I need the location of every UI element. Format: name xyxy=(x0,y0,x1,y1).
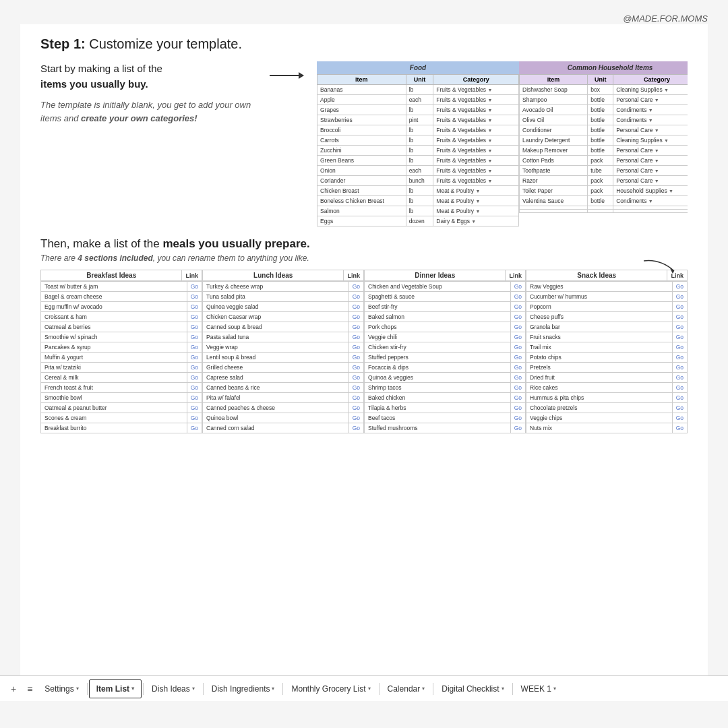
food-table-cell: Fruits & Vegetables ▼ xyxy=(433,166,519,176)
breakfast-link[interactable]: Go xyxy=(187,423,202,433)
household-table-cell: bottle xyxy=(588,115,613,125)
dinner-link[interactable]: Go xyxy=(510,383,525,393)
meal-list-item: Quinoa veggie saladGo xyxy=(203,302,364,312)
meal-list-item: Breakfast burritoGo xyxy=(41,423,202,433)
snack-link[interactable]: Go xyxy=(672,403,687,413)
snack-link[interactable]: Go xyxy=(672,292,687,302)
dinner-link[interactable]: Go xyxy=(510,413,525,423)
lunch-link[interactable]: Go xyxy=(348,363,363,373)
dinner-link[interactable]: Go xyxy=(510,403,525,413)
breakfast-link[interactable]: Go xyxy=(187,332,202,342)
dinner-item: Beef stir-fry xyxy=(365,302,511,312)
lunch-link[interactable]: Go xyxy=(348,393,363,403)
snack-link[interactable]: Go xyxy=(672,423,687,433)
dinner-item: Stuffed peppers xyxy=(365,353,511,363)
snack-link[interactable]: Go xyxy=(672,322,687,332)
lunch-item: Quinoa veggie salad xyxy=(203,302,349,312)
snack-link[interactable]: Go xyxy=(672,383,687,393)
food-table-cell: Zucchini xyxy=(317,146,406,156)
snack-link[interactable]: Go xyxy=(672,353,687,363)
breakfast-link[interactable]: Go xyxy=(187,302,202,312)
dinner-link[interactable]: Go xyxy=(510,423,525,433)
meal-list-item: Granola barGo xyxy=(526,322,688,332)
lunch-link[interactable]: Go xyxy=(348,342,363,353)
lunch-item: Grilled cheese xyxy=(203,363,349,373)
lunch-link[interactable]: Go xyxy=(348,373,363,383)
dinner-link[interactable]: Go xyxy=(510,312,525,322)
dinner-link[interactable]: Go xyxy=(510,363,525,373)
snack-link[interactable]: Go xyxy=(672,312,687,322)
tab-item-list[interactable]: Item List ▾ xyxy=(89,679,142,698)
breakfast-link[interactable]: Go xyxy=(187,363,202,373)
lunch-link[interactable]: Go xyxy=(348,282,363,292)
meal-list-item: Shrimp tacosGo xyxy=(365,383,526,393)
hamburger-menu-button[interactable]: ≡ xyxy=(22,684,38,694)
snack-link[interactable]: Go xyxy=(672,413,687,423)
lunch-link[interactable]: Go xyxy=(348,322,363,332)
tab-digital-checklist[interactable]: Digital Checklist ▾ xyxy=(435,680,510,698)
snack-link[interactable]: Go xyxy=(672,342,687,353)
breakfast-link[interactable]: Go xyxy=(187,312,202,322)
tab-week-1[interactable]: WEEK 1 ▾ xyxy=(514,680,563,698)
snack-link[interactable]: Go xyxy=(672,363,687,373)
lunch-link[interactable]: Go xyxy=(348,403,363,413)
meal-list-item: Toast w/ butter & jamGo xyxy=(41,282,202,292)
breakfast-link[interactable]: Go xyxy=(187,403,202,413)
breakfast-link[interactable]: Go xyxy=(187,342,202,353)
lunch-link[interactable]: Go xyxy=(348,332,363,342)
household-table-cell: Cotton Pads xyxy=(520,156,588,166)
food-col-item: Item xyxy=(317,75,406,85)
breakfast-item: Scones & cream xyxy=(41,413,187,423)
breakfast-link[interactable]: Go xyxy=(187,353,202,363)
add-tab-button[interactable]: + xyxy=(5,684,22,694)
meal-list-item: French toast & fruitGo xyxy=(41,383,202,393)
lunch-link[interactable]: Go xyxy=(348,353,363,363)
dinner-link[interactable]: Go xyxy=(510,282,525,292)
dinner-link[interactable]: Go xyxy=(510,393,525,403)
meal-list-item: Oatmeal & berriesGo xyxy=(41,322,202,332)
meal-col-dinner: Dinner IdeasLinkChicken and Vegetable So… xyxy=(364,270,526,433)
dinner-link[interactable]: Go xyxy=(510,322,525,332)
lunch-link[interactable]: Go xyxy=(348,292,363,302)
dinner-link[interactable]: Go xyxy=(510,292,525,302)
snack-link[interactable]: Go xyxy=(672,282,687,292)
dinner-link[interactable]: Go xyxy=(510,302,525,312)
snack-link[interactable]: Go xyxy=(672,332,687,342)
lunch-link[interactable]: Go xyxy=(348,302,363,312)
breakfast-link[interactable]: Go xyxy=(187,292,202,302)
dinner-link[interactable]: Go xyxy=(510,332,525,342)
dinner-link[interactable]: Go xyxy=(510,353,525,363)
breakfast-link[interactable]: Go xyxy=(187,322,202,332)
breakfast-link[interactable]: Go xyxy=(187,282,202,292)
snack-item: Nuts mix xyxy=(526,423,673,433)
dinner-item: Shrimp tacos xyxy=(365,383,511,393)
breakfast-link[interactable]: Go xyxy=(187,373,202,383)
lunch-link[interactable]: Go xyxy=(348,383,363,393)
breakfast-link[interactable]: Go xyxy=(187,383,202,393)
snack-link[interactable]: Go xyxy=(672,393,687,403)
meal-list-item: Muffin & yogurtGo xyxy=(41,353,202,363)
food-table-cell: lb xyxy=(406,105,433,115)
meal-list-item: Pita w/ falafelGo xyxy=(203,393,364,403)
dinner-link[interactable]: Go xyxy=(510,342,525,353)
lunch-link[interactable]: Go xyxy=(348,413,363,423)
dinner-link[interactable]: Go xyxy=(510,373,525,383)
breakfast-item: Toast w/ butter & jam xyxy=(41,282,187,292)
tab-calendar[interactable]: Calendar ▾ xyxy=(381,680,432,698)
snack-link[interactable]: Go xyxy=(672,302,687,312)
meal-list-item: Caprese saladGo xyxy=(203,373,364,383)
breakfast-item: Bagel & cream cheese xyxy=(41,292,187,302)
tab-settings[interactable]: Settings ▾ xyxy=(38,680,85,698)
breakfast-link[interactable]: Go xyxy=(187,413,202,423)
curved-arrow-icon xyxy=(640,257,681,278)
household-table-cell: pack xyxy=(588,156,613,166)
dinner-item: Spaghetti & sauce xyxy=(365,292,511,302)
lunch-link[interactable]: Go xyxy=(348,423,363,433)
meal-list-item: Beef tacosGo xyxy=(365,413,526,423)
tab-dish-ideas[interactable]: Dish Ideas ▾ xyxy=(145,680,202,698)
lunch-link[interactable]: Go xyxy=(348,312,363,322)
breakfast-link[interactable]: Go xyxy=(187,393,202,403)
snack-link[interactable]: Go xyxy=(672,373,687,383)
tab-monthly-grocery-list[interactable]: Monthly Grocery List ▾ xyxy=(284,680,377,698)
tab-dish-ingredients[interactable]: Dish Ingredients ▾ xyxy=(205,680,282,698)
